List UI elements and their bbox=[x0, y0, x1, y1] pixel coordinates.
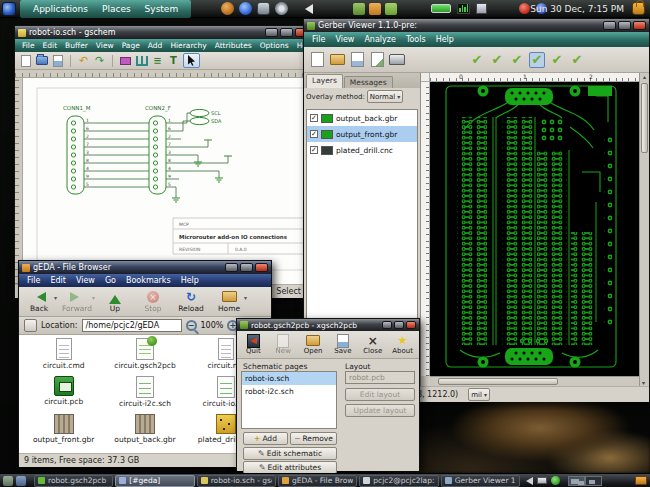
gerbv-tool-icon[interactable] bbox=[549, 52, 565, 68]
chevron-down-icon[interactable]: ▾ bbox=[92, 294, 95, 301]
new-icon[interactable] bbox=[19, 54, 32, 67]
cpu-monitor-icon[interactable] bbox=[457, 3, 470, 14]
distro-menu-icon[interactable] bbox=[2, 2, 16, 16]
schematic-canvas[interactable]: CONN1_M 1 6 2 7 bbox=[23, 78, 311, 284]
gschem-titlebar[interactable]: robot-io.sch - gschem bbox=[15, 26, 311, 39]
gerbv-tool-icon[interactable] bbox=[569, 52, 585, 68]
volume-tray-icon[interactable] bbox=[526, 477, 533, 485]
toolbar-button[interactable]: About bbox=[390, 334, 415, 355]
gerbv-tool-icon[interactable] bbox=[389, 52, 405, 68]
location-toggle-button[interactable] bbox=[24, 319, 37, 332]
open-icon[interactable] bbox=[35, 54, 48, 67]
toolbar-button[interactable]: Close bbox=[360, 334, 385, 355]
task-button[interactable]: robot-io.sch - gsch... bbox=[197, 475, 276, 487]
minimize-button[interactable] bbox=[382, 321, 392, 329]
task-button[interactable]: gEDA - File Browser bbox=[278, 475, 357, 487]
gschem-menu[interactable]: Buffer bbox=[61, 41, 92, 50]
gerbv-menu[interactable]: Analyze bbox=[359, 35, 401, 44]
gerbv-tool-icon[interactable] bbox=[449, 52, 465, 68]
task-button[interactable]: Gerber Viewer 1.1... bbox=[441, 475, 520, 487]
toolbar-button[interactable]: Open bbox=[301, 334, 326, 355]
edit-schematic-button[interactable]: ✎Edit schematic bbox=[243, 447, 337, 460]
gschem-menu[interactable]: Options bbox=[256, 41, 293, 50]
toolbar-button[interactable]: ▾ Up bbox=[99, 290, 131, 313]
panel-menu[interactable]: Applications bbox=[26, 4, 95, 14]
status-tray-icon[interactable] bbox=[551, 476, 560, 485]
gerbv-menu[interactable]: Help bbox=[431, 35, 459, 44]
location-input[interactable]: /home/pcjc2/gEDA bbox=[82, 319, 182, 332]
file-browser-menu[interactable]: Go bbox=[100, 276, 121, 285]
lock-screen-icon[interactable] bbox=[632, 2, 645, 15]
gerbv-tool-icon[interactable] bbox=[369, 52, 385, 68]
save-as-icon[interactable] bbox=[51, 54, 64, 67]
zoom-out-icon[interactable]: − bbox=[186, 320, 197, 331]
gerbv-tab[interactable]: Messages bbox=[344, 76, 393, 88]
chevron-down-icon[interactable]: ▾ bbox=[244, 294, 247, 301]
notification-icon[interactable] bbox=[519, 3, 530, 14]
battery-indicator-icon[interactable] bbox=[431, 4, 451, 13]
maximize-button[interactable] bbox=[394, 321, 404, 329]
show-desktop-icon[interactable] bbox=[3, 476, 13, 486]
close-button[interactable] bbox=[255, 263, 268, 272]
gerbv-tool-icon[interactable] bbox=[329, 52, 345, 68]
toolbar-button[interactable]: Save bbox=[330, 334, 355, 355]
gschem-menu[interactable]: Page bbox=[118, 41, 144, 50]
file-browser-menu[interactable]: View bbox=[71, 276, 100, 285]
undo-icon[interactable]: ↶ bbox=[77, 54, 90, 67]
file-browser-menu[interactable]: Edit bbox=[45, 276, 71, 285]
mail-tray-icon[interactable] bbox=[537, 477, 547, 484]
schematic-page-item[interactable]: robot-io.sch bbox=[242, 372, 336, 385]
add-button[interactable]: +Add bbox=[243, 432, 288, 445]
minimize-button[interactable] bbox=[603, 21, 616, 30]
panel-menu[interactable]: System bbox=[138, 4, 186, 14]
select-mode-button[interactable] bbox=[183, 53, 200, 68]
units-select[interactable]: mil ▾ bbox=[468, 388, 490, 401]
gschem-menu[interactable]: View bbox=[92, 41, 118, 50]
vertical-scrollbar[interactable]: ▴▾ bbox=[639, 73, 649, 386]
minimize-button[interactable] bbox=[225, 263, 238, 272]
gerbv-render-canvas[interactable] bbox=[430, 82, 641, 376]
window-list-icon[interactable] bbox=[16, 476, 26, 486]
applet-icon-2[interactable] bbox=[369, 3, 381, 15]
add-attribute-icon[interactable]: ≡ bbox=[151, 54, 164, 67]
trash-folder-icon[interactable] bbox=[635, 476, 647, 485]
maximize-button[interactable] bbox=[280, 28, 293, 37]
workspace-1[interactable] bbox=[568, 476, 585, 486]
gschem-menu[interactable]: Hierarchy bbox=[166, 41, 210, 50]
file-browser-menu[interactable]: Bookmarks bbox=[121, 276, 176, 285]
chevron-down-icon[interactable]: ▾ bbox=[54, 294, 57, 301]
redo-icon[interactable]: ↷ bbox=[93, 54, 106, 67]
file-browser-menu[interactable]: Help bbox=[176, 276, 204, 285]
file-item[interactable]: circuit.cmd bbox=[23, 337, 104, 375]
file-item[interactable]: circuit.gsch2pcb bbox=[104, 337, 185, 375]
gschem-menu[interactable]: Add bbox=[144, 41, 167, 50]
gerbv-menu[interactable]: File bbox=[307, 35, 330, 44]
maximize-button[interactable] bbox=[618, 21, 631, 30]
toolbar-button[interactable]: ▾ Back bbox=[23, 290, 55, 313]
task-button[interactable]: [#geda] bbox=[115, 475, 194, 487]
remove-button[interactable]: −Remove bbox=[290, 432, 337, 445]
overlay-method-select[interactable]: Normal ▾ bbox=[367, 90, 403, 103]
close-button[interactable] bbox=[633, 21, 646, 30]
task-button[interactable]: robot.gsch2pcb - x... bbox=[34, 475, 113, 487]
toolbar-button[interactable]: New bbox=[271, 334, 296, 355]
gerbv-menu[interactable]: Tools bbox=[401, 35, 431, 44]
file-item[interactable]: output_front.gbr bbox=[23, 413, 104, 451]
browser-launcher-icon[interactable] bbox=[239, 2, 252, 15]
task-button[interactable]: pcjc2@pcjc2lap: ~/... bbox=[359, 475, 438, 487]
minimize-button[interactable] bbox=[265, 28, 278, 37]
gerbv-tool-icon[interactable] bbox=[409, 52, 425, 68]
add-text-icon[interactable]: T bbox=[167, 54, 180, 67]
layer-visibility-checkbox[interactable] bbox=[310, 130, 318, 138]
close-button[interactable] bbox=[406, 321, 416, 329]
gschem-menu[interactable]: Attributes bbox=[211, 41, 256, 50]
layer-color-swatch[interactable] bbox=[321, 130, 333, 139]
settings-launcher-icon[interactable] bbox=[275, 2, 288, 15]
add-component-icon[interactable] bbox=[119, 54, 132, 67]
maximize-button[interactable] bbox=[240, 263, 253, 272]
horizontal-scrollbar[interactable] bbox=[430, 376, 641, 386]
file-browser-menu[interactable]: File bbox=[22, 276, 45, 285]
xgsch2pcb-titlebar[interactable]: robot.gsch2pcb - xgsch2pcb bbox=[237, 319, 419, 331]
display-launcher-icon[interactable] bbox=[257, 2, 270, 15]
clock-launcher-icon[interactable] bbox=[221, 2, 234, 15]
